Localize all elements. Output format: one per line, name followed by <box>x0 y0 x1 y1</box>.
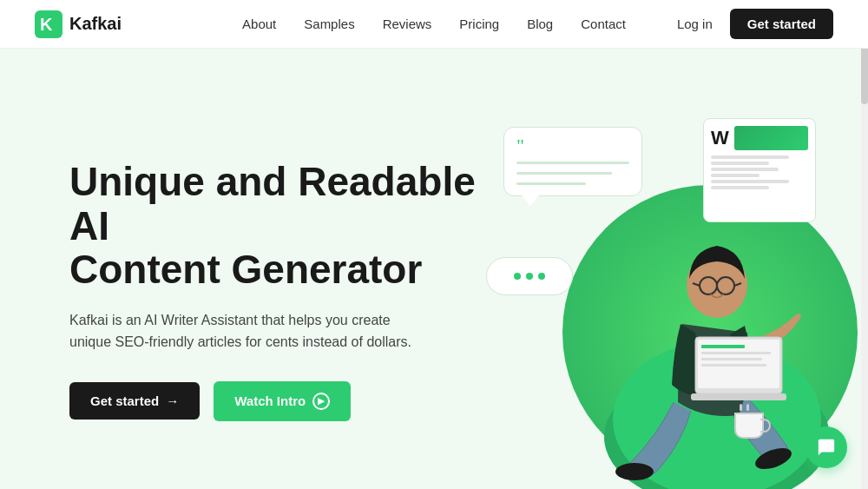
nav-get-started-button[interactable]: Get started <box>730 9 833 39</box>
play-icon: ▶ <box>312 393 330 410</box>
steam-2 <box>746 404 749 411</box>
logo-text: Kafkai <box>69 14 122 34</box>
svg-rect-15 <box>701 352 771 354</box>
svg-rect-16 <box>701 358 762 360</box>
scrollbar[interactable] <box>861 0 868 489</box>
login-link[interactable]: Log in <box>677 17 713 31</box>
nav-blog[interactable]: Blog <box>527 17 553 31</box>
cup-steam <box>740 404 764 411</box>
hero-title: Unique and Readable AI Content Generator <box>69 160 486 292</box>
coffee-cup <box>734 404 764 437</box>
dot-2 <box>526 273 533 280</box>
nav-contact[interactable]: Contact <box>581 17 626 31</box>
nav-samples[interactable]: Samples <box>304 17 354 31</box>
hero-get-started-button[interactable]: Get started → <box>69 382 200 420</box>
svg-rect-17 <box>701 364 766 367</box>
hero-buttons: Get started → Watch Intro ▶ <box>69 381 486 421</box>
hero-illustration: " W <box>486 92 816 489</box>
wavy-decoration <box>786 433 807 441</box>
nav-about[interactable]: About <box>242 17 276 31</box>
hero-subtitle: Kafkai is an AI Writer Assistant that he… <box>69 309 417 354</box>
steam-1 <box>740 404 742 411</box>
hero-content: Unique and Readable AI Content Generator… <box>69 160 486 421</box>
svg-point-4 <box>615 463 654 480</box>
chat-icon <box>817 438 836 457</box>
navbar: K Kafkai About Samples Reviews Pricing B… <box>0 0 868 49</box>
wavy-line-2 <box>786 439 807 441</box>
kafkai-logo-icon: K <box>35 10 62 38</box>
svg-text:K: K <box>40 15 53 34</box>
nav-reviews[interactable]: Reviews <box>383 17 432 31</box>
dot-1 <box>514 273 521 280</box>
dot-3 <box>538 273 545 280</box>
cup-body <box>734 413 764 439</box>
arrow-icon: → <box>166 393 179 408</box>
wavy-line-1 <box>786 433 807 435</box>
chat-fab-button[interactable] <box>806 426 847 468</box>
hero-watch-intro-button[interactable]: Watch Intro ▶ <box>214 381 351 421</box>
svg-rect-18 <box>691 393 786 400</box>
hero-section: Unique and Readable AI Content Generator… <box>0 49 868 489</box>
svg-rect-14 <box>701 345 745 348</box>
logo[interactable]: K Kafkai <box>35 10 122 38</box>
nav-pricing[interactable]: Pricing <box>459 17 499 31</box>
nav-links: About Samples Reviews Pricing Blog Conta… <box>242 17 626 31</box>
navbar-right: Log in Get started <box>677 9 833 39</box>
